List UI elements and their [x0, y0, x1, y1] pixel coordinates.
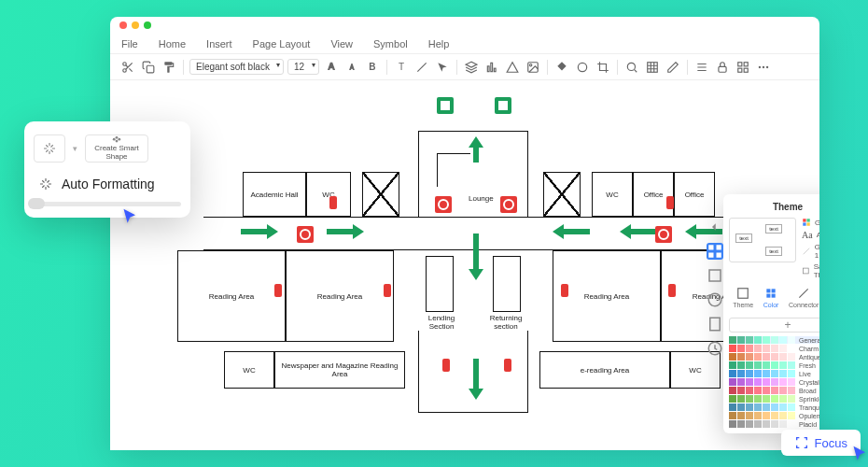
svg-rect-12: [738, 62, 742, 65]
fire-alarm-icon: [655, 226, 672, 243]
font-increase-icon[interactable]: [323, 59, 340, 76]
color-row-crystal[interactable]: Crystal: [729, 378, 819, 386]
table-icon[interactable]: [644, 59, 661, 76]
color-row-tranquil[interactable]: Tranquil: [729, 403, 819, 411]
extinguisher-icon: [329, 196, 337, 209]
color-row-fresh[interactable]: Fresh: [729, 361, 819, 369]
rail-grid-icon[interactable]: [707, 243, 723, 260]
bold-icon[interactable]: B: [364, 59, 381, 76]
svg-rect-15: [744, 68, 748, 72]
auto-formatting-label[interactable]: Auto Formatting: [62, 177, 155, 191]
warning-icon[interactable]: [504, 59, 521, 76]
theme-opt-arial[interactable]: AaArial: [802, 230, 819, 240]
menu-symbol[interactable]: Symbol: [373, 38, 408, 50]
theme-preview: text text text: [729, 218, 796, 262]
menu-file[interactable]: File: [121, 38, 138, 50]
returning-desk: [493, 256, 521, 312]
lock-icon[interactable]: [714, 59, 731, 76]
rail-history-icon[interactable]: [707, 340, 723, 357]
connector-icon[interactable]: [413, 59, 430, 76]
color-row-general[interactable]: General: [729, 336, 819, 344]
fill-icon[interactable]: [553, 59, 570, 76]
svg-rect-11: [719, 66, 726, 72]
pen-icon[interactable]: [665, 59, 681, 76]
svg-rect-33: [766, 289, 770, 292]
grid-icon[interactable]: [735, 59, 751, 76]
svg-rect-27: [803, 219, 805, 221]
rail-page-icon[interactable]: [707, 316, 723, 333]
tab-color[interactable]: Color: [760, 285, 783, 310]
color-row-opulent[interactable]: Opulent: [729, 412, 819, 419]
tab-theme[interactable]: Theme: [729, 285, 757, 310]
tab-connector[interactable]: Connector: [785, 285, 819, 310]
extinguisher-icon: [274, 284, 282, 297]
copy-icon[interactable]: [140, 59, 157, 76]
menu-help[interactable]: Help: [428, 38, 450, 50]
cut-icon[interactable]: [119, 59, 136, 76]
menu-home[interactable]: Home: [159, 38, 186, 50]
exit-sign-icon: [437, 97, 454, 114]
color-row-placid[interactable]: Placid: [729, 420, 819, 428]
svg-point-9: [627, 63, 635, 70]
extinguisher-icon: [561, 284, 568, 297]
arrow-down-icon: [467, 359, 485, 400]
svg-rect-25: [710, 318, 721, 331]
focus-button[interactable]: Focus: [781, 430, 861, 456]
svg-point-39: [118, 138, 120, 141]
fire-alarm-icon: [435, 196, 452, 213]
shadow-icon[interactable]: [574, 59, 591, 76]
room-reading: Reading Area: [286, 250, 394, 342]
chart-icon[interactable]: [483, 59, 500, 76]
sparkle-icon[interactable]: [34, 134, 65, 163]
minimize-icon[interactable]: [132, 21, 139, 29]
svg-rect-32: [738, 289, 749, 299]
color-row-charm[interactable]: Charm: [729, 345, 819, 352]
more-icon[interactable]: [755, 59, 772, 76]
format-painter-icon[interactable]: [161, 59, 177, 76]
theme-panel: Theme text text text General AaArial Gen…: [723, 194, 819, 433]
theme-opt-general1[interactable]: General 1: [802, 243, 819, 260]
svg-rect-3: [487, 65, 489, 71]
search-icon[interactable]: [623, 59, 640, 76]
align-icon[interactable]: [693, 59, 710, 76]
svg-rect-22: [717, 253, 721, 258]
pointer-icon[interactable]: [434, 59, 451, 76]
close-icon[interactable]: [119, 21, 127, 29]
menu-page-layout[interactable]: Page Layout: [253, 38, 311, 50]
color-row-live[interactable]: Live: [729, 370, 819, 377]
svg-point-17: [763, 65, 764, 67]
rail-image-icon[interactable]: [707, 291, 723, 308]
extinguisher-icon: [442, 359, 450, 372]
theme-opt-general[interactable]: General: [802, 218, 819, 227]
room-academic-hall: Academic Hall: [243, 172, 306, 217]
crop-icon[interactable]: [595, 59, 611, 76]
room-wc: WC: [592, 172, 633, 217]
color-row-antique[interactable]: Antique: [729, 353, 819, 361]
add-theme-button[interactable]: +: [729, 318, 819, 333]
font-decrease-icon[interactable]: [343, 59, 360, 76]
canvas[interactable]: Academic Hall WC Lounge WC Office Office: [110, 80, 819, 450]
font-select[interactable]: Elegant soft black: [189, 59, 284, 75]
image-icon[interactable]: [525, 59, 541, 76]
color-row-sprinkle[interactable]: Sprinkle: [729, 395, 819, 403]
svg-point-40: [116, 140, 119, 143]
color-row-broad[interactable]: Broad: [729, 387, 819, 394]
extinguisher-icon: [504, 359, 511, 372]
text-tool-icon[interactable]: T: [393, 59, 410, 76]
create-smart-shape-button[interactable]: Create Smart Shape: [85, 134, 148, 163]
layers-icon[interactable]: [463, 59, 480, 76]
svg-point-1: [123, 68, 127, 72]
extinguisher-icon: [384, 284, 391, 297]
floorplan: Academic Hall WC Lounge WC Office Office: [147, 97, 773, 450]
svg-rect-4: [491, 63, 493, 71]
menu-insert[interactable]: Insert: [206, 38, 232, 50]
svg-rect-31: [803, 268, 808, 274]
theme-opt-save[interactable]: Save The...: [802, 262, 819, 279]
maximize-icon[interactable]: [144, 21, 151, 29]
slider[interactable]: [34, 202, 181, 206]
font-size-select[interactable]: 12: [287, 59, 319, 75]
rail-collapse-icon[interactable]: [707, 219, 723, 235]
rail-shapes-icon[interactable]: [707, 267, 723, 284]
cursor-icon: [121, 207, 140, 226]
menu-view[interactable]: View: [330, 38, 353, 50]
